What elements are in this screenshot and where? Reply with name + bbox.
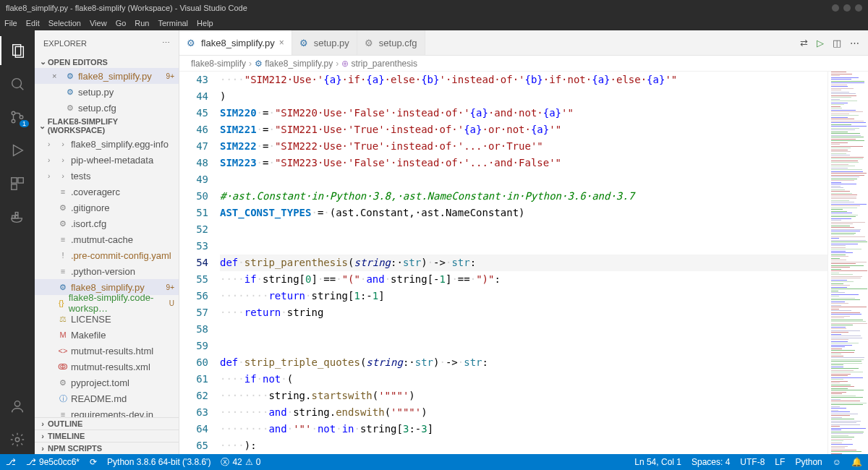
- status-badge: U: [169, 299, 174, 307]
- indentation[interactable]: Spaces: 4: [692, 457, 730, 467]
- chevron-right-icon: ›: [48, 140, 55, 148]
- git-branch[interactable]: ⎇ 9e5c0cc6*: [26, 457, 80, 467]
- svg-point-4: [12, 111, 15, 115]
- sidebar-more-icon[interactable]: ⋯: [162, 38, 170, 48]
- json-icon: {}: [57, 298, 66, 308]
- breadcrumb-item[interactable]: ⊕ strip_parenthesis: [341, 59, 417, 69]
- file-item[interactable]: ⓘREADME.md: [35, 390, 179, 406]
- eol[interactable]: LF: [775, 457, 785, 467]
- docker-icon[interactable]: [0, 202, 35, 231]
- run-debug-icon[interactable]: [0, 136, 35, 165]
- remote-indicator[interactable]: ⎇: [6, 457, 16, 467]
- notifications-icon[interactable]: 🔔: [851, 457, 862, 467]
- tab-setup-py[interactable]: ⚙setup.py: [292, 30, 357, 55]
- menu-file[interactable]: File: [4, 19, 17, 27]
- file-item[interactable]: ↂmutmut-results.xml: [35, 359, 179, 375]
- file-item[interactable]: ≡.python-version: [35, 263, 179, 279]
- menu-run[interactable]: Run: [135, 19, 149, 27]
- problems[interactable]: ⓧ 42 ⚠ 0: [221, 456, 260, 469]
- chevron-down-icon: ⌄: [38, 121, 48, 131]
- tab-setup-cfg[interactable]: ⚙setup.cfg: [357, 30, 425, 55]
- section-npm-scripts[interactable]: ›NPM SCRIPTS: [35, 442, 179, 454]
- menu-help[interactable]: Help: [197, 19, 213, 27]
- close-icon[interactable]: ×: [279, 38, 284, 48]
- breadcrumbs[interactable]: flake8-simplify›⚙ flake8_simplify.py›⊕ s…: [179, 56, 868, 72]
- source-control-icon[interactable]: 1: [0, 103, 35, 132]
- open-editor-item[interactable]: ×⚙flake8_simplify.py9+: [35, 68, 179, 84]
- run-icon[interactable]: ▷: [817, 38, 824, 48]
- file-item[interactable]: ⚖LICENSE: [35, 311, 179, 327]
- svg-point-2: [12, 79, 22, 88]
- code-content[interactable]: ····"SIM212·Use·'{a}·if·{a}·else·{b}'·in…: [220, 72, 827, 454]
- file-item[interactable]: ⚙pyproject.toml: [35, 375, 179, 390]
- make-icon: M: [58, 330, 68, 340]
- gear-icon: ⚙: [58, 218, 68, 228]
- open-editors-header[interactable]: ⌄ OPEN EDITORS: [35, 56, 179, 68]
- maximize-button[interactable]: [843, 4, 851, 12]
- folder-icon: ›: [58, 171, 68, 181]
- chevron-right-icon: ›: [38, 444, 48, 453]
- minimap[interactable]: [827, 72, 868, 454]
- txt-icon: ≡: [58, 187, 68, 197]
- chevron-right-icon: ›: [38, 419, 48, 428]
- txt-icon: ≡: [58, 266, 68, 276]
- explorer-icon[interactable]: [0, 36, 35, 65]
- settings-icon[interactable]: [0, 425, 35, 454]
- feedback-icon[interactable]: ☺: [833, 457, 841, 467]
- chevron-right-icon: ›: [38, 432, 48, 440]
- breadcrumb-item[interactable]: flake8-simplify: [191, 59, 246, 69]
- file-item[interactable]: ≡.coveragerc: [35, 184, 179, 200]
- more-icon[interactable]: ⋯: [850, 38, 859, 48]
- search-icon[interactable]: [0, 69, 35, 98]
- minimize-button[interactable]: [832, 4, 839, 12]
- lic-icon: ⚖: [58, 314, 68, 324]
- cursor-position[interactable]: Ln 54, Col 1: [634, 457, 681, 467]
- file-item[interactable]: MMakefile: [35, 327, 179, 343]
- compare-icon[interactable]: ⇄: [800, 38, 808, 48]
- svg-rect-8: [12, 178, 17, 183]
- file-item[interactable]: ⚙.isort.cfg: [35, 215, 179, 231]
- tab-flake8_simplify-py[interactable]: ⚙flake8_simplify.py×: [179, 30, 292, 55]
- folder-item[interactable]: ››pip-wheel-metadata: [35, 152, 179, 168]
- breadcrumb-item[interactable]: ⚙ flake8_simplify.py: [255, 59, 333, 69]
- line-gutter: 4344454647484950515253545556575859606162…: [179, 72, 220, 454]
- menu-terminal[interactable]: Terminal: [158, 19, 189, 27]
- menubar: FileEditSelectionViewGoRunTerminalHelp: [0, 16, 868, 30]
- close-icon[interactable]: ×: [52, 72, 62, 80]
- open-editor-item[interactable]: ⚙setup.py: [35, 84, 179, 100]
- menu-selection[interactable]: Selection: [48, 19, 81, 27]
- file-item[interactable]: {}flake8-simplify.code-worksp…U: [35, 295, 179, 311]
- file-item[interactable]: ≡requirements-dev.in: [35, 406, 179, 417]
- file-item[interactable]: ⚙.gitignore: [35, 200, 179, 215]
- language-mode[interactable]: Python: [795, 457, 822, 467]
- method-icon: ⊕: [341, 59, 349, 69]
- split-icon[interactable]: ◫: [833, 38, 841, 48]
- folder-item[interactable]: ››flake8_simplify.egg-info: [35, 136, 179, 152]
- svg-rect-9: [18, 178, 23, 183]
- menu-go[interactable]: Go: [116, 19, 127, 27]
- folder-item[interactable]: ››tests: [35, 168, 179, 184]
- python-env[interactable]: Python 3.8.6 64-bit ('3.8.6'): [107, 457, 210, 467]
- menu-view[interactable]: View: [90, 19, 107, 27]
- account-icon[interactable]: [0, 392, 35, 421]
- menu-edit[interactable]: Edit: [26, 19, 40, 27]
- file-item[interactable]: !.pre-commit-config.yaml: [35, 247, 179, 263]
- modified-badge: 9+: [166, 72, 174, 80]
- file-item[interactable]: ≡.mutmut-cache: [35, 231, 179, 247]
- encoding[interactable]: UTF-8: [740, 457, 765, 467]
- workspace-header[interactable]: ⌄ FLAKE8-SIMPLIFY (WORKSPACE): [35, 116, 179, 136]
- section-outline[interactable]: ›OUTLINE: [35, 417, 179, 430]
- open-editor-item[interactable]: ⚙setup.cfg: [35, 100, 179, 116]
- py-icon: ⚙: [65, 71, 75, 81]
- file-item[interactable]: <>mutmut-results.html: [35, 343, 179, 359]
- scm-badge: 1: [20, 120, 29, 127]
- extensions-icon[interactable]: [0, 169, 35, 198]
- sync-icon[interactable]: ⟳: [90, 457, 97, 467]
- close-button[interactable]: [855, 4, 862, 12]
- section-timeline[interactable]: ›TIMELINE: [35, 430, 179, 442]
- gear-icon: ⚙: [58, 202, 68, 213]
- sidebar: EXPLORER ⋯ ⌄ OPEN EDITORS ×⚙flake8_simpl…: [35, 30, 179, 454]
- editor-tabs: ⚙flake8_simplify.py×⚙setup.py⚙setup.cfg⇄…: [179, 30, 868, 56]
- folder-icon: ›: [58, 139, 68, 149]
- editor-body[interactable]: 4344454647484950515253545556575859606162…: [179, 72, 868, 454]
